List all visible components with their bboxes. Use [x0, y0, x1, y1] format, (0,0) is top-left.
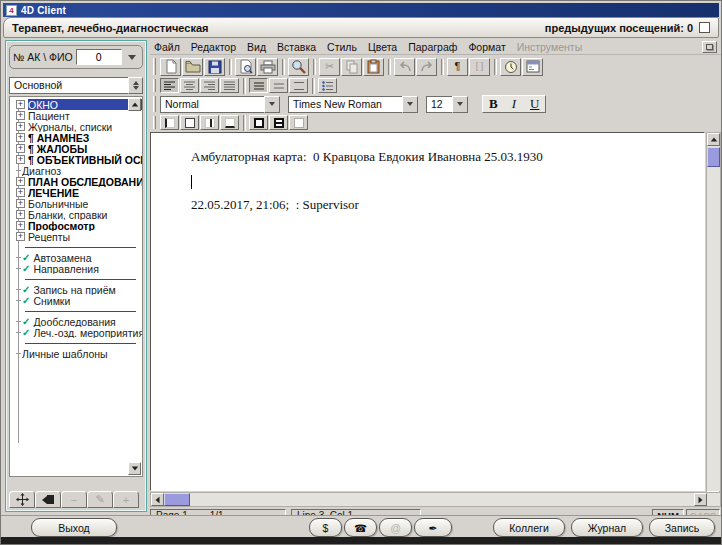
- tree-item[interactable]: ✓ Направления: [13, 263, 142, 274]
- tree-item[interactable]: Личные шаблоны: [13, 348, 142, 359]
- tree-item-label[interactable]: ¶ ЖАЛОБЫ: [28, 143, 87, 154]
- undo-button[interactable]: [394, 58, 415, 76]
- tree-item-label[interactable]: Личные шаблоны: [22, 348, 108, 359]
- bold-button[interactable]: B: [489, 96, 498, 112]
- menu-insert[interactable]: Вставка: [277, 41, 316, 53]
- align-left-button[interactable]: [160, 78, 179, 93]
- toolbar-grip[interactable]: [153, 79, 156, 93]
- move-button[interactable]: [9, 491, 35, 508]
- line-spacing-onehalf-button[interactable]: [269, 78, 288, 93]
- email-button[interactable]: @: [379, 518, 412, 537]
- collapse-panel-button[interactable]: [35, 491, 61, 508]
- border-horizontal-button[interactable]: [269, 115, 288, 130]
- menu-colors[interactable]: Цвета: [368, 41, 397, 53]
- tree-item-label[interactable]: ЛЕЧЕНИЕ: [28, 187, 79, 198]
- vertical-scrollbar[interactable]: [706, 132, 721, 505]
- editor-window-button[interactable]: [702, 41, 717, 53]
- expand-icon[interactable]: +: [16, 221, 25, 230]
- tree-item[interactable]: + ¶ ЖАЛОБЫ: [13, 143, 142, 154]
- tree-item[interactable]: + ЛЕЧЕНИЕ: [13, 187, 142, 198]
- record-button[interactable]: Запись: [649, 518, 715, 537]
- style-combo[interactable]: Normal: [160, 96, 280, 113]
- ink-button[interactable]: ✒: [414, 518, 452, 537]
- tree-item-label[interactable]: Дообследования: [33, 316, 115, 327]
- window-titlebar[interactable]: 4 4D Client: [3, 3, 719, 17]
- menu-editor[interactable]: Редактор: [191, 41, 236, 53]
- new-document-button[interactable]: [160, 58, 181, 76]
- journal-button[interactable]: Журнал: [571, 518, 643, 537]
- tree-item[interactable]: + Пациент: [13, 110, 142, 121]
- border-bottom-button[interactable]: [220, 115, 239, 130]
- print-preview-button[interactable]: [235, 58, 256, 76]
- tree-item-label[interactable]: Запись на приём: [33, 284, 115, 295]
- tree-item-label[interactable]: Автозамена: [33, 252, 91, 263]
- underline-button[interactable]: U: [530, 96, 539, 112]
- tree-item[interactable]: + ПЛАН ОБСЛЕДОВАНИЯ: [13, 176, 142, 187]
- open-button[interactable]: [182, 58, 203, 76]
- profile-select-value[interactable]: Основной: [9, 77, 128, 94]
- tree-item-label[interactable]: Журналы, списки: [28, 121, 112, 132]
- add-button[interactable]: +: [113, 491, 139, 508]
- paste-button[interactable]: [363, 58, 384, 76]
- tree-item-label[interactable]: Пациент: [28, 110, 70, 121]
- tree-item[interactable]: + ¶ ОБЪЕКТИВНЫЙ ОСМОТР: [13, 154, 142, 165]
- scroll-right-button[interactable]: [694, 493, 707, 506]
- align-center-button[interactable]: [180, 78, 199, 93]
- cut-button[interactable]: ✂: [319, 58, 340, 76]
- menu-file[interactable]: Файл: [154, 41, 180, 53]
- style-combo-button[interactable]: [264, 96, 280, 113]
- tree-item[interactable]: + Рецепты: [13, 231, 142, 242]
- payment-button[interactable]: $: [309, 518, 342, 537]
- menu-paragraph[interactable]: Параграф: [408, 41, 457, 53]
- tree-item[interactable]: ✓ Дообследования: [13, 316, 142, 327]
- tree-item[interactable]: ✓ Запись на приём: [13, 284, 142, 295]
- expand-icon[interactable]: +: [16, 133, 25, 142]
- document-line[interactable]: 22.05.2017, 21:06; : Supervisor: [191, 193, 704, 217]
- expand-icon[interactable]: +: [16, 199, 25, 208]
- border-thick-outline-button[interactable]: [249, 115, 268, 130]
- toolbar-grip[interactable]: [153, 116, 156, 130]
- style-combo-value[interactable]: Normal: [160, 96, 264, 113]
- expand-icon[interactable]: +: [16, 111, 25, 120]
- remove-button[interactable]: −: [61, 491, 87, 508]
- size-combo-value[interactable]: 12: [426, 96, 452, 113]
- redo-button[interactable]: [416, 58, 437, 76]
- tree-item[interactable]: ✓ Автозамена: [13, 252, 142, 263]
- tree-item-label[interactable]: Бланки, справки: [28, 209, 107, 220]
- border-left-button[interactable]: [160, 115, 179, 130]
- list-button[interactable]: [318, 78, 337, 93]
- tree-item-label[interactable]: ¶ ОБЪЕКТИВНЫЙ ОСМОТР: [28, 154, 142, 165]
- tree-item-label[interactable]: ПЛАН ОБСЛЕДОВАНИЯ: [28, 176, 142, 187]
- tree-item[interactable]: + Больничные: [13, 198, 142, 209]
- scroll-up-button[interactable]: [707, 133, 720, 146]
- tree-item[interactable]: + Журналы, списки: [13, 121, 142, 132]
- horizontal-scrollbar[interactable]: [150, 492, 721, 507]
- expand-icon[interactable]: +: [16, 155, 25, 164]
- insert-date-button[interactable]: [522, 58, 543, 76]
- insert-time-button[interactable]: [500, 58, 521, 76]
- tree-item[interactable]: + ОКНО: [13, 99, 142, 110]
- document-cursor-line[interactable]: [191, 169, 704, 193]
- font-combo-value[interactable]: Times New Roman: [288, 96, 402, 113]
- scroll-left-button[interactable]: [151, 493, 164, 506]
- expand-icon[interactable]: +: [16, 177, 25, 186]
- vertical-scrollbar-thumb[interactable]: [707, 147, 720, 167]
- exit-button[interactable]: Выход: [31, 518, 117, 537]
- line-spacing-double-button[interactable]: [289, 78, 308, 93]
- align-right-button[interactable]: [200, 78, 219, 93]
- tree-item-label[interactable]: Больничные: [28, 198, 88, 209]
- align-justify-button[interactable]: [220, 78, 239, 93]
- document-area[interactable]: Амбулаторная карта: 0 Кравцова Евдокия И…: [150, 132, 705, 491]
- tree-item-label[interactable]: ¶ АНАМНЕЗ: [28, 132, 89, 143]
- tree-item[interactable]: + ¶ АНАМНЕЗ: [13, 132, 142, 143]
- phone-button[interactable]: ☎: [344, 518, 377, 537]
- ak-number-input[interactable]: [76, 49, 122, 65]
- border-outline-button[interactable]: [180, 115, 199, 130]
- show-paragraph-marks-button[interactable]: ¶: [447, 58, 468, 76]
- border-none-button[interactable]: [289, 115, 308, 130]
- expand-icon[interactable]: +: [16, 144, 25, 153]
- tree-item-label[interactable]: Снимки: [33, 295, 70, 306]
- copy-button[interactable]: [341, 58, 362, 76]
- expand-icon[interactable]: +: [16, 210, 25, 219]
- menu-style[interactable]: Стиль: [327, 41, 357, 53]
